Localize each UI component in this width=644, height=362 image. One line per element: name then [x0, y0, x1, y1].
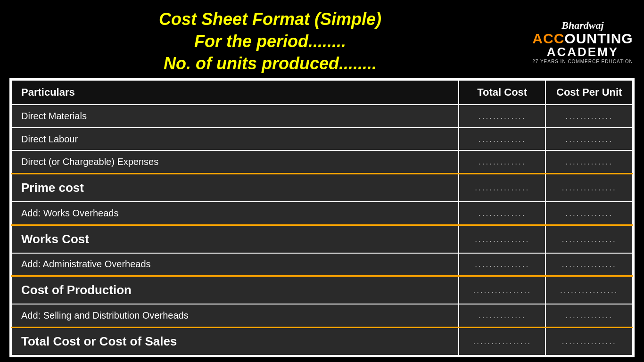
table-row-works-cost: Works Cost ............... .............… [11, 225, 633, 253]
col-particulars: Particulars [11, 80, 459, 105]
row-dots-1: ............... [459, 253, 546, 276]
col-total-cost: Total Cost [459, 80, 546, 105]
row-label-direct-labour: Direct Labour [11, 128, 459, 150]
table-row: Direct (or Chargeable) Expenses ........… [11, 150, 633, 173]
row-label-prime-cost: Prime cost [11, 173, 459, 202]
table-row-total-cost: Total Cost or Cost of Sales ............… [11, 327, 633, 355]
table-row-cost-of-production: Cost of Production ................ ....… [11, 276, 633, 304]
row-label-total-cost: Total Cost or Cost of Sales [11, 327, 459, 355]
row-dots-1: ................ [459, 276, 546, 304]
row-dots-2: ............. [545, 202, 633, 225]
row-label-cost-of-production: Cost of Production [11, 276, 459, 304]
row-dots-2: ............. [545, 150, 633, 173]
logo-bhardwaj: Bhardwaj [561, 19, 603, 32]
row-dots-1: ............. [459, 304, 546, 327]
row-dots-2: ............... [545, 327, 633, 355]
title-line1: Cost Sheet Format (Simple) [159, 9, 381, 29]
row-label-direct-materials: Direct Materials [11, 105, 459, 127]
page-wrapper: Cost Sheet Format (Simple) For the perio… [0, 0, 644, 362]
row-dots-1: ............. [459, 202, 546, 225]
header: Cost Sheet Format (Simple) For the perio… [9, 5, 635, 78]
row-dots-2: ............... [545, 173, 633, 202]
table-row: Add: Selling and Distribution Overheads … [11, 304, 633, 327]
row-label-works-overheads: Add: Works Overheads [11, 202, 459, 225]
row-dots-2: ............... [545, 225, 633, 253]
row-label-admin-overheads: Add: Administrative Overheads [11, 253, 459, 276]
logo-academy: ACADEMY [547, 46, 619, 58]
table-container: Particulars Total Cost Cost Per Unit Dir… [9, 78, 635, 357]
logo-accounting: ACCOUNTING [532, 32, 633, 46]
row-dots-2: ............... [545, 253, 633, 276]
title-block: Cost Sheet Format (Simple) For the perio… [9, 8, 531, 74]
row-dots-2: ............. [545, 105, 633, 127]
page-title: Cost Sheet Format (Simple) For the perio… [9, 8, 531, 74]
table-header-row: Particulars Total Cost Cost Per Unit [11, 80, 633, 105]
table-row: Add: Works Overheads ............. .....… [11, 202, 633, 225]
logo-tagline: 27 YEARS IN COMMERCE EDUCATION [532, 59, 633, 64]
row-label-works-cost: Works Cost [11, 225, 459, 253]
row-dots-1: ............. [459, 128, 546, 150]
row-dots-1: ............. [459, 150, 546, 173]
row-label-direct-expenses: Direct (or Chargeable) Expenses [11, 150, 459, 173]
row-dots-1: ............. [459, 105, 546, 127]
row-dots-2: ................ [545, 276, 633, 304]
table-row-prime-cost: Prime cost ............... .............… [11, 173, 633, 202]
table-row: Add: Administrative Overheads ..........… [11, 253, 633, 276]
row-dots-2: ............. [545, 128, 633, 150]
title-line2: For the period........ [194, 32, 346, 51]
row-dots-1: ............... [459, 225, 546, 253]
logo-block: Bhardwaj ACCOUNTING ACADEMY 27 YEARS IN … [531, 19, 635, 64]
row-dots-1: ............... [459, 173, 546, 202]
cost-sheet-table: Particulars Total Cost Cost Per Unit Dir… [11, 80, 633, 356]
row-dots-2: ............. [545, 304, 633, 327]
col-cost-per-unit: Cost Per Unit [545, 80, 633, 105]
title-line3: No. of units produced........ [164, 54, 377, 73]
table-row: Direct Labour ............. ............… [11, 128, 633, 150]
table-row: Direct Materials ............. .........… [11, 105, 633, 127]
row-label-selling-overheads: Add: Selling and Distribution Overheads [11, 304, 459, 327]
row-dots-1: ................ [459, 327, 546, 355]
